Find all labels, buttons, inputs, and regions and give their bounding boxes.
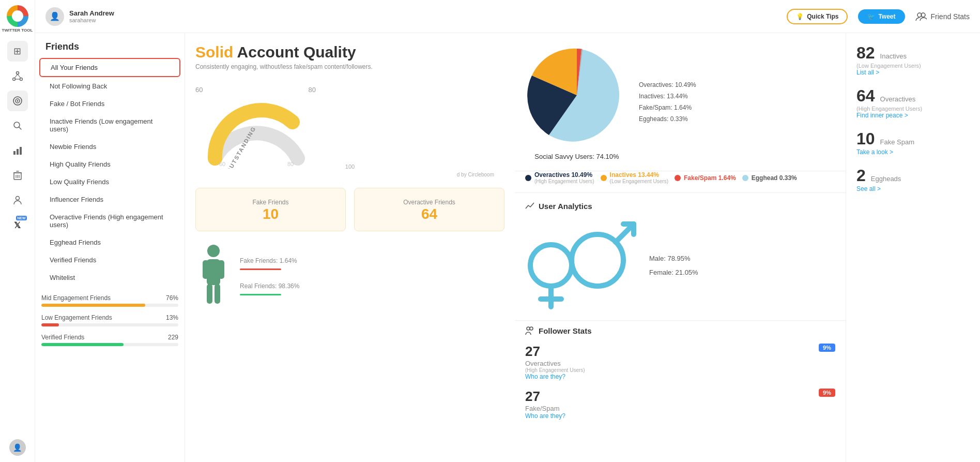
app-name: TWITTER TOOL bbox=[2, 28, 33, 33]
follower-stats-title: Follower Stats bbox=[525, 326, 835, 335]
grid-nav-icon[interactable]: ⊞ bbox=[7, 41, 28, 62]
inactives-stat: 82 Inactives (Low Engagement Users) List… bbox=[856, 43, 970, 76]
svg-point-2 bbox=[20, 78, 22, 81]
far-right-stats: 82 Inactives (Low Engagement Users) List… bbox=[846, 33, 980, 462]
analytics-section: User Analytics bbox=[515, 192, 846, 320]
svg-line-4 bbox=[18, 74, 21, 79]
svg-text:80: 80 bbox=[287, 161, 294, 167]
svg-point-26 bbox=[207, 245, 220, 257]
follower-fakespam-link[interactable]: Who are they? bbox=[525, 412, 565, 420]
svg-rect-30 bbox=[207, 284, 212, 304]
tweet-button[interactable]: 🐦 Tweet bbox=[858, 9, 905, 24]
user-analytics-title: User Analytics bbox=[525, 201, 835, 211]
real-friends-percent-label: Real Friends: 98.36% bbox=[240, 282, 299, 290]
quality-solid: Solid bbox=[195, 43, 233, 61]
follower-overactives-badge: 9% bbox=[819, 344, 835, 352]
svg-point-39 bbox=[527, 327, 530, 330]
overactives-stat: 64 Overactives (High Engagement Users) F… bbox=[856, 86, 970, 119]
x-nav-icon[interactable]: 𝕏 NEW bbox=[7, 215, 28, 235]
verified-friends-label: Verified Friends229 bbox=[41, 334, 178, 341]
target-nav-icon[interactable] bbox=[7, 91, 28, 111]
search-nav-icon[interactable] bbox=[7, 115, 28, 136]
follower-fakespam-label: Fake/Spam bbox=[525, 405, 565, 412]
social-savvy-label: Social Savvy Users: 74.10% bbox=[525, 153, 629, 160]
network-nav-icon[interactable] bbox=[7, 66, 28, 86]
follower-overactives-link[interactable]: Who are they? bbox=[525, 373, 585, 380]
male-symbol bbox=[566, 219, 639, 291]
inactives-link[interactable]: List all > bbox=[856, 69, 970, 76]
svg-point-36 bbox=[530, 245, 572, 286]
pie-legend: Overactives: 10.49% Inactives: 13.44% Fa… bbox=[639, 43, 696, 160]
icon-sidebar: TWITTER TOOL ⊞ bbox=[0, 0, 35, 462]
follower-overactives-sub: (High Engagement Users) bbox=[525, 367, 585, 373]
fake-friends-value: 10 bbox=[204, 206, 337, 222]
nav-item-high-quality[interactable]: High Quality Friends bbox=[39, 156, 180, 173]
svg-rect-11 bbox=[13, 151, 16, 155]
svg-point-0 bbox=[16, 72, 19, 74]
mid-engagement-label: Mid Engagement Friends76% bbox=[41, 294, 178, 302]
left-nav: Friends All Your Friends Not Following B… bbox=[35, 33, 185, 462]
gender-stats: Male: 78.95% Female: 21.05% bbox=[649, 255, 698, 276]
legend-inactives: Inactives: 13.44% bbox=[639, 93, 696, 100]
fake-friends-percent-label: Fake Friends: 1.64% bbox=[240, 257, 299, 264]
nav-item-not-following[interactable]: Not Following Back bbox=[39, 78, 180, 95]
friend-stats-button[interactable]: Friend Stats bbox=[915, 12, 970, 21]
follower-stats-section: Follower Stats 27 Overactives (High Enga… bbox=[515, 320, 846, 425]
nav-item-overactive[interactable]: Overactive Friends (High engagement user… bbox=[39, 208, 180, 233]
eggheads-link[interactable]: See all > bbox=[856, 185, 970, 192]
svg-point-40 bbox=[530, 327, 533, 330]
badge-overactives-label: Overactives 10.49% bbox=[534, 171, 592, 178]
overactive-friends-label: Overactive Friends bbox=[363, 199, 496, 206]
svg-line-33 bbox=[616, 224, 634, 242]
quick-tips-icon: 💡 bbox=[796, 13, 804, 20]
right-panels: Social Savvy Users: 74.10% Overactives: … bbox=[515, 33, 846, 462]
svg-rect-31 bbox=[215, 284, 220, 304]
twitter-bird-icon: 🐦 bbox=[867, 13, 875, 20]
follower-stats-icon bbox=[525, 326, 534, 335]
quick-tips-button[interactable]: 💡 Quick Tips bbox=[787, 9, 848, 24]
svg-rect-29 bbox=[218, 260, 224, 279]
overactives-link[interactable]: Find inner peace > bbox=[856, 112, 970, 119]
trash-nav-icon[interactable] bbox=[7, 165, 28, 186]
tweet-label: Tweet bbox=[878, 13, 895, 20]
nav-item-newbie[interactable]: Newbie Friends bbox=[39, 138, 180, 155]
eggheads-number: 2 bbox=[856, 166, 866, 185]
pie-badges: Overactives 10.49% (High Engagement User… bbox=[515, 171, 846, 192]
person-nav-icon[interactable] bbox=[7, 190, 28, 211]
nav-item-all-friends[interactable]: All Your Friends bbox=[39, 58, 180, 77]
quick-tips-label: Quick Tips bbox=[807, 13, 838, 20]
logo-area: TWITTER TOOL bbox=[2, 5, 33, 33]
user-handle: saraharew bbox=[69, 17, 114, 23]
pie-chart bbox=[525, 43, 629, 147]
overactive-friends-value: 64 bbox=[363, 206, 496, 222]
fakespam-link[interactable]: Take a look > bbox=[856, 148, 970, 156]
nav-item-low-quality[interactable]: Low Quality Friends bbox=[39, 173, 180, 190]
quality-rest: Account Quality bbox=[237, 43, 356, 61]
eggheads-label: Eggheads bbox=[871, 175, 901, 183]
nav-item-egghead[interactable]: Egghead Friends bbox=[39, 234, 180, 251]
overactives-number: 64 bbox=[856, 86, 875, 106]
nav-item-fake-bot[interactable]: Fake / Bot Friends bbox=[39, 95, 180, 112]
nav-item-whitelist[interactable]: Whitelist bbox=[39, 269, 180, 286]
user-avatar-bottom[interactable]: 👤 bbox=[9, 439, 26, 456]
nav-item-verified[interactable]: Verified Friends bbox=[39, 251, 180, 269]
topbar: 👤 Sarah Andrew saraharew 💡 Quick Tips 🐦 … bbox=[35, 0, 980, 33]
user-name: Sarah Andrew bbox=[69, 9, 114, 17]
legend-overactives: Overactives: 10.49% bbox=[639, 81, 696, 88]
overactives-label: Overactives bbox=[880, 95, 916, 103]
legend-eggheads: Eggheads: 0.33% bbox=[639, 115, 696, 123]
pie-section: Social Savvy Users: 74.10% Overactives: … bbox=[515, 33, 846, 171]
person-figure-icon bbox=[195, 242, 232, 314]
svg-point-8 bbox=[17, 100, 18, 102]
nav-item-influencer[interactable]: Influencer Friends bbox=[39, 191, 180, 208]
new-badge-label: NEW bbox=[16, 216, 26, 220]
user-info: 👤 Sarah Andrew saraharew bbox=[45, 7, 114, 26]
nav-item-inactive[interactable]: Inactive Friends (Low engagement users) bbox=[39, 113, 180, 138]
fakespam-dot bbox=[675, 175, 681, 181]
follower-overactives-label: Overactives bbox=[525, 360, 585, 367]
svg-rect-12 bbox=[17, 149, 19, 155]
eggheads-stat: 2 Eggheads See all > bbox=[856, 166, 970, 192]
svg-rect-13 bbox=[20, 147, 22, 155]
chart-nav-icon[interactable] bbox=[7, 140, 28, 161]
overactive-friends-box: Overactive Friends 64 bbox=[354, 188, 504, 231]
